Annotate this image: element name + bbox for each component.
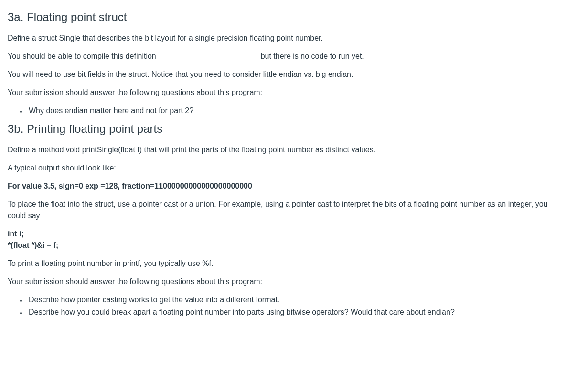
section-3a-p2: You should be able to compile this defin… <box>8 51 559 62</box>
section-3b-p4: To print a floating point number in prin… <box>8 258 559 269</box>
section-3b-p3: To place the float into the struct, use … <box>8 199 559 222</box>
section-3b-p5: Your submission should answer the follow… <box>8 276 559 287</box>
section-3a-heading: 3a. Floating point struct <box>8 9 559 26</box>
section-3b-output: For value 3.5, sign=0 exp =128, fraction… <box>8 180 559 192</box>
section-3a-p2-part1: You should be able to compile this defin… <box>8 52 156 60</box>
code-line-1: int i; <box>8 228 559 240</box>
list-item: Describe how pointer casting works to ge… <box>27 294 559 306</box>
code-line-2: *(float *)&i = f; <box>8 240 559 251</box>
section-3b-heading: 3b. Printing floating point parts <box>8 120 559 138</box>
section-3b-p2: A typical output should look like: <box>8 162 559 174</box>
section-3a-bullets: Why does endian matter here and not for … <box>8 105 559 117</box>
code-example: int i; *(float *)&i = f; <box>8 228 559 251</box>
section-3a-p4: Your submission should answer the follow… <box>8 87 559 98</box>
section-3b-p1: Define a method void printSingle(float f… <box>8 144 559 156</box>
section-3a-p2-part2: but there is no code to run yet. <box>261 52 364 60</box>
section-3b-bullets: Describe how pointer casting works to ge… <box>8 294 559 318</box>
section-3a-p1: Define a struct Single that describes th… <box>8 32 559 44</box>
section-3a-p3: You will need to use bit fields in the s… <box>8 69 559 80</box>
list-item: Why does endian matter here and not for … <box>27 105 559 117</box>
list-item: Describe how you could break apart a flo… <box>27 307 559 318</box>
